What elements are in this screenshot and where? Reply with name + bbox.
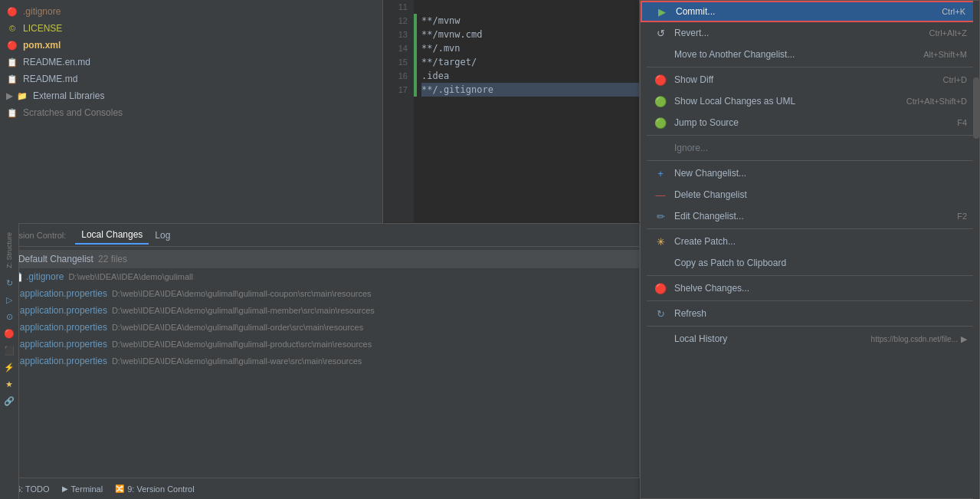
- tab-local-changes[interactable]: Local Changes: [75, 226, 149, 245]
- file-item-gitignore[interactable]: 📄 .gitignore D:\web\IDEA\IDEA\demo\gulim…: [0, 268, 639, 285]
- menu-item-localhistory[interactable]: Local History https://blog.csdn.net/file…: [641, 328, 979, 350]
- green-diff-bar: [414, 14, 417, 97]
- bottom-bar: ☰ 6: TODO ▶ Terminal 🔀 9: Version Contro…: [0, 478, 640, 499]
- copypatch-label: Copy as Patch to Clipboard: [674, 258, 967, 268]
- separator-3: [647, 160, 973, 161]
- menu-item-shelve[interactable]: 🔴 Shelve Changes...: [641, 277, 979, 299]
- menu-item-copypatch[interactable]: Copy as Patch to Clipboard: [641, 252, 979, 274]
- commit-icon: ▶: [654, 6, 670, 18]
- createpatch-icon: ✳: [653, 236, 668, 248]
- tree-item-readme[interactable]: 📋 README.md: [0, 71, 382, 87]
- fpath-app-product: D:\web\IDEA\IDEA\demo\gulimall\gulimall-…: [112, 340, 372, 349]
- tab-todo-label: 6: TODO: [16, 484, 50, 494]
- localhistory-arrow: ▶: [961, 334, 967, 344]
- fname-app-ware: application.properties: [20, 356, 107, 366]
- menu-item-editchangelist[interactable]: ✏ Edit Changelist... F2: [641, 205, 979, 227]
- tree-item-ext-libs[interactable]: ▶ 📁 External Libraries: [0, 87, 382, 104]
- code-line-12: **/mvnw: [421, 14, 639, 28]
- code-line-13: **/mvnw.cmd: [421, 28, 639, 41]
- localhistory-label: Local History: [674, 333, 865, 344]
- fpath-gitignore: D:\web\IDEA\IDEA\demo\gulimall: [68, 272, 193, 281]
- revert-label: Revert...: [674, 28, 919, 38]
- tree-item-scratches[interactable]: 📋 Scratches and Consoles: [0, 104, 382, 121]
- tree-item-pom[interactable]: 🔴 pom.xml: [0, 37, 382, 54]
- pom-label: pom.xml: [23, 40, 61, 51]
- menu-item-showdiff[interactable]: 🔴 Show Diff Ctrl+D: [641, 69, 979, 90]
- menu-item-revert[interactable]: ↺ Revert... Ctrl+Alt+Z: [641, 22, 979, 44]
- z-sidebar: Z: Structure ↻ ▷ ⊙ 🔴 ⬛ ⚡ ★ 🔗: [0, 223, 19, 499]
- revert-icon: ↺: [653, 28, 668, 39]
- separator-2: [647, 135, 973, 136]
- code-lines: **/mvnw **/mvnw.cmd **/.mvn **/target/ .…: [414, 0, 639, 222]
- tab-version-control[interactable]: 🔀 9: Version Control: [115, 484, 194, 494]
- fname-app-member: application.properties: [20, 305, 107, 316]
- line-num-13: 13: [383, 28, 408, 41]
- separator-5: [647, 275, 973, 276]
- showdiff-icon: 🔴: [653, 74, 668, 86]
- showuml-icon: 🟢: [653, 96, 668, 107]
- vc-tabs: Version Control: Local Changes Log: [0, 224, 639, 247]
- fpath-app-order: D:\web\IDEA\IDEA\demo\gulimall\gulimall-…: [112, 323, 363, 332]
- fname-app-coupon: application.properties: [20, 288, 107, 299]
- menu-item-refresh[interactable]: ↻ Refresh: [641, 303, 979, 324]
- z-btn3[interactable]: ⊙: [4, 308, 15, 325]
- jumpsource-shortcut: F4: [957, 118, 967, 127]
- readme-en-label: README.en.md: [23, 57, 90, 67]
- vc-content: ▼ Default Changelist 22 files 📄 .gitigno…: [0, 247, 639, 499]
- context-menu: ▶ Commit... Ctrl+K ↺ Revert... Ctrl+Alt+…: [640, 0, 980, 499]
- tab-terminal-label: Terminal: [71, 484, 103, 494]
- z-btn4[interactable]: 🔴: [4, 325, 15, 342]
- menu-item-showuml[interactable]: 🟢 Show Local Changes as UML Ctrl+Alt+Shi…: [641, 90, 979, 112]
- file-item-app-ware[interactable]: ≡ application.properties D:\web\IDEA\IDE…: [0, 353, 639, 369]
- changelist-header[interactable]: ▼ Default Changelist 22 files: [0, 250, 639, 268]
- file-item-app-member[interactable]: ≡ application.properties D:\web\IDEA\IDE…: [0, 302, 639, 319]
- menu-item-commit[interactable]: ▶ Commit... Ctrl+K: [641, 1, 979, 22]
- line-num-17: 17: [383, 83, 408, 97]
- menu-scrollbar[interactable]: [973, 1, 979, 499]
- refresh-icon: ↻: [653, 308, 668, 320]
- z-btn7[interactable]: ★: [4, 376, 15, 392]
- menu-item-move[interactable]: Move to Another Changelist... Alt+Shift+…: [641, 44, 979, 65]
- z-btn5[interactable]: ⬛: [4, 342, 15, 359]
- fpath-app-member: D:\web\IDEA\IDEA\demo\gulimall\gulimall-…: [112, 306, 375, 315]
- z-btn2[interactable]: ▷: [4, 291, 15, 308]
- commit-label: Commit...: [676, 6, 932, 17]
- file-tree: 🔴 .gitignore © LICENSE 🔴 pom.xml 📋 READM…: [0, 0, 382, 124]
- showdiff-shortcut: Ctrl+D: [943, 75, 967, 84]
- menu-item-jumpsource[interactable]: 🟢 Jump to Source F4: [641, 112, 979, 133]
- file-item-app-coupon[interactable]: ≡ application.properties D:\web\IDEA\IDE…: [0, 285, 639, 302]
- z-label: Z: Structure: [5, 232, 13, 268]
- menu-item-newchangelist[interactable]: + New Changelist...: [641, 163, 979, 184]
- scrollbar-thumb[interactable]: [973, 77, 979, 139]
- menu-item-createpatch[interactable]: ✳ Create Patch...: [641, 231, 979, 252]
- fname-gitignore: .gitignore: [26, 271, 64, 282]
- z-btn6[interactable]: ⚡: [4, 359, 15, 376]
- readme-label: README.md: [23, 74, 77, 84]
- z-btn8[interactable]: 🔗: [4, 392, 15, 409]
- line-num-14: 14: [383, 41, 408, 55]
- file-item-app-order[interactable]: ≡ application.properties D:\web\IDEA\IDE…: [0, 319, 639, 336]
- license-label: LICENSE: [23, 23, 62, 34]
- ext-libs-label: External Libraries: [33, 90, 104, 101]
- code-line-11: [421, 0, 639, 14]
- separator-1: [647, 67, 973, 67]
- file-item-app-product[interactable]: ≡ application.properties D:\web\IDEA\IDE…: [0, 336, 639, 353]
- menu-item-ignore: Ignore...: [641, 137, 979, 159]
- revert-shortcut: Ctrl+Alt+Z: [929, 28, 967, 38]
- tree-item-gitignore[interactable]: 🔴 .gitignore: [0, 3, 382, 20]
- tree-item-readme-en[interactable]: 📋 README.en.md: [0, 54, 382, 71]
- showuml-label: Show Local Changes as UML: [674, 96, 897, 107]
- scratches-label: Scratches and Consoles: [23, 107, 123, 118]
- vc-icon: 🔀: [115, 484, 124, 493]
- menu-item-deletechangelist[interactable]: — Delete Changelist: [641, 184, 979, 205]
- tree-item-license[interactable]: © LICENSE: [0, 20, 382, 37]
- tab-log[interactable]: Log: [149, 227, 176, 244]
- gitignore-label: .gitignore: [23, 6, 61, 17]
- changelist-name: Default Changelist: [18, 254, 93, 264]
- editchangelist-shortcut: F2: [957, 212, 967, 221]
- pom-icon: 🔴: [6, 41, 18, 51]
- editchangelist-label: Edit Changelist...: [674, 211, 948, 222]
- z-refresh-btn[interactable]: ↻: [4, 274, 15, 291]
- tab-terminal[interactable]: ▶ Terminal: [62, 484, 103, 494]
- editchangelist-icon: ✏: [653, 211, 668, 222]
